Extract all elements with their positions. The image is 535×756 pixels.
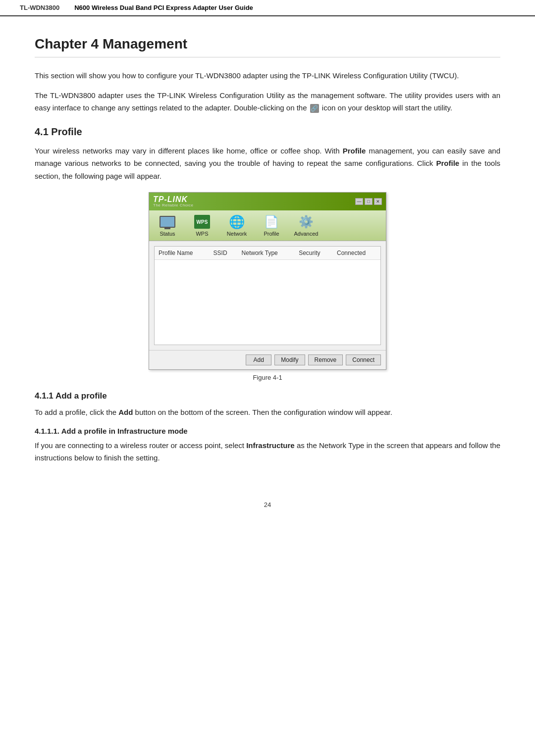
bottom-button-bar: Add Modify Remove Connect [149,350,386,369]
utility-icon-inline: 🔗 [310,104,319,113]
header-bar: TL-WDN3800 N600 Wireless Dual Band PCI E… [0,0,535,16]
monitor-icon [160,216,175,228]
profile-label: Profile [264,231,279,237]
add-button[interactable]: Add [246,354,271,365]
col-connected: Connected [333,247,380,260]
utility-window: TP-LINK The Reliable Choice — □ ✕ Status [149,192,386,370]
tp-link-logo: TP-LINK The Reliable Choice [153,196,194,207]
profile-table: Profile Name SSID Network Type Security … [155,247,380,329]
title-bar-controls[interactable]: — □ ✕ [355,198,382,205]
para-prefix: Your wireless networks may vary in diffe… [35,147,343,155]
section-4-1-1-heading: 4.1.1 Add a profile [35,391,500,401]
logo-sub-text: The Reliable Choice [153,203,194,207]
status-label: Status [160,231,175,237]
main-content: Chapter 4 Management This section will s… [0,16,535,491]
section-4-1-1-1-para: If you are connecting to a wireless rout… [35,439,500,464]
toolbar-item-network[interactable]: 🌐 Network [224,214,249,237]
col-security: Security [295,247,333,260]
page-number: 24 [0,491,535,513]
para-bold-2: Profile [436,159,459,167]
empty-cell [155,260,380,329]
section-4-1-1-para: To add a profile, click the Add button o… [35,406,500,419]
maximize-button[interactable]: □ [365,198,373,205]
section-4-1-para: Your wireless networks may vary in diffe… [35,145,500,183]
network-label: Network [227,231,247,237]
infra-para-prefix: If you are connecting to a wireless rout… [35,441,246,450]
toolbar-item-wps[interactable]: WPS WPS [190,214,214,237]
para-bold-1: Profile [343,147,366,155]
toolbar-item-status[interactable]: Status [155,214,180,237]
profile-icon: 📄 [263,214,280,229]
figure-caption: Figure 4-1 [253,374,282,381]
intro-para-2-suffix: icon on your desktop will start the util… [322,103,452,112]
col-ssid: SSID [210,247,238,260]
col-network-type: Network Type [238,247,295,260]
minimize-button[interactable]: — [355,198,363,205]
advanced-label: Advanced [294,231,319,237]
logo-main-text: TP-LINK [153,196,194,203]
header-guide-title: N600 Wireless Dual Band PCI Express Adap… [74,4,253,11]
wps-label: WPS [196,231,208,237]
section-4-1-1-1-heading: 4.1.1.1. Add a profile in Infrastructure… [35,427,500,435]
infra-bold: Infrastructure [246,441,295,450]
toolbar-item-profile[interactable]: 📄 Profile [259,214,284,237]
remove-button[interactable]: Remove [308,354,343,365]
toolbar-item-advanced[interactable]: ⚙️ Advanced [294,214,319,237]
screenshot-container: TP-LINK The Reliable Choice — □ ✕ Status [35,192,500,381]
section-4-1-heading: 4.1 Profile [35,126,500,138]
wps-icon: WPS [193,214,211,229]
title-bar: TP-LINK The Reliable Choice — □ ✕ [149,193,386,210]
col-profile-name: Profile Name [155,247,210,260]
intro-para-1: This section will show you how to config… [35,69,500,82]
table-header-row: Profile Name SSID Network Type Security … [155,247,380,260]
network-icon: 🌐 [228,214,246,229]
toolbar: Status WPS WPS 🌐 Network [149,210,386,241]
close-button[interactable]: ✕ [374,198,382,205]
empty-table-rows [155,260,380,329]
content-area: Profile Name SSID Network Type Security … [154,246,381,345]
header-model: TL-WDN3800 [20,4,59,11]
wps-badge: WPS [194,215,210,229]
table-body [155,260,380,329]
modify-button[interactable]: Modify [274,354,305,365]
advanced-icon: ⚙️ [297,214,315,229]
connect-button[interactable]: Connect [346,354,381,365]
intro-para-2: The TL-WDN3800 adapter uses the TP-LINK … [35,89,500,114]
table-header: Profile Name SSID Network Type Security … [155,247,380,260]
chapter-title: Chapter 4 Management [35,36,500,57]
status-icon [159,214,176,229]
